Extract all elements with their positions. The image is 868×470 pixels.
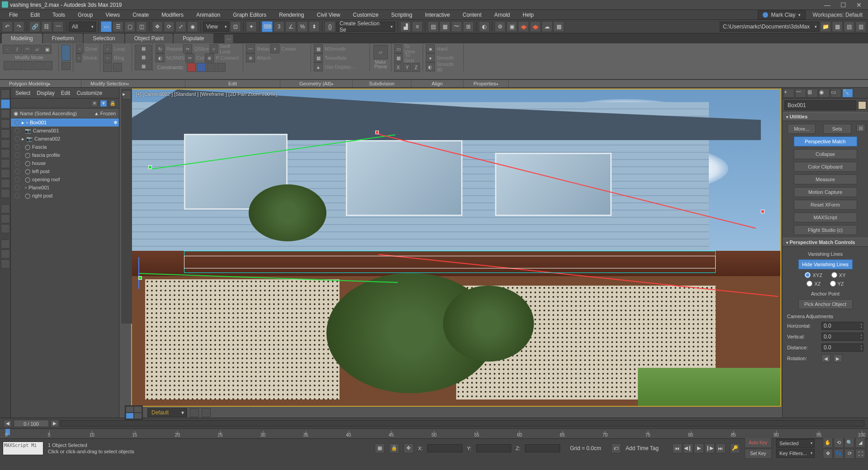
- viewport[interactable]: [+] [Camera002 ] [Standard ] [Wireframe …: [131, 89, 781, 407]
- cp-tab-hierarchy[interactable]: ⊞: [807, 89, 818, 98]
- swiftloop-button[interactable]: ○Swift Loop: [210, 45, 240, 53]
- cp-tab-display[interactable]: ▭: [830, 89, 841, 98]
- scene-header[interactable]: ◉ Name (Sorted Ascending) ▲ Frozen: [11, 108, 119, 118]
- ribbon-tab-object-paint[interactable]: Object Paint: [125, 33, 173, 43]
- cp-tab-motion[interactable]: ◉: [819, 89, 830, 98]
- rendered-frame-button[interactable]: ▣: [506, 21, 517, 32]
- menu-group[interactable]: Group: [72, 10, 98, 19]
- strip-shapes-button[interactable]: [1, 119, 10, 128]
- shrink-button[interactable]: ▫Shrink: [76, 54, 97, 62]
- menu-help[interactable]: Help: [517, 10, 539, 19]
- redo-button[interactable]: ↷: [14, 21, 24, 32]
- radio-xz[interactable]: XZ: [807, 281, 821, 287]
- select-region-button[interactable]: ▢: [124, 21, 135, 32]
- smooth30-button[interactable]: ◐Smooth 30: [426, 63, 461, 71]
- ring-button[interactable]: ▫Ring: [103, 54, 129, 62]
- menu-edit[interactable]: Edit: [25, 10, 45, 19]
- render-setup-button[interactable]: ⚙: [495, 21, 505, 32]
- layout-btn-1[interactable]: [190, 408, 199, 417]
- ribbon-tab-populate[interactable]: Populate: [174, 33, 213, 43]
- rfoot-properties[interactable]: Properties: [463, 80, 509, 87]
- select-by-name-button[interactable]: ☰: [113, 21, 123, 32]
- coord-z-field[interactable]: [525, 444, 560, 452]
- select-manipulate-button[interactable]: ✦: [246, 21, 257, 32]
- goto-start-button[interactable]: ⏮: [672, 443, 682, 453]
- axis-z[interactable]: Z: [412, 63, 420, 72]
- cp-tab-create[interactable]: +: [783, 89, 794, 98]
- selection-filter[interactable]: All: [69, 22, 96, 32]
- strip-geometry-button[interactable]: [1, 109, 10, 118]
- select-rotate-button[interactable]: ⟳: [164, 21, 175, 32]
- to-view-button[interactable]: ▭To View: [394, 45, 420, 53]
- project-btn-3[interactable]: ▤: [844, 21, 854, 32]
- menu-customize[interactable]: Customize: [348, 10, 384, 19]
- menu-graph-editors[interactable]: Graph Editors: [227, 10, 272, 19]
- pick-anchor-button[interactable]: Pick Anchor Object: [798, 299, 853, 309]
- strip-lights-button[interactable]: [1, 129, 10, 138]
- render-production-button[interactable]: 🫖: [518, 21, 529, 32]
- strip-world-button[interactable]: [1, 89, 10, 99]
- strip-expand-button[interactable]: [1, 224, 10, 233]
- menu-file[interactable]: File: [4, 10, 23, 19]
- make-planar-button[interactable]: ▱: [373, 45, 388, 59]
- ribbon-tab-modeling[interactable]: Modeling: [2, 33, 42, 43]
- minimize-button[interactable]: —: [824, 1, 830, 9]
- time-next-key[interactable]: ▶: [51, 420, 59, 427]
- menu-modifiers[interactable]: Modifiers: [156, 10, 189, 19]
- poly-element-button[interactable]: ▣: [42, 45, 52, 54]
- strip-filter2-button[interactable]: [1, 249, 10, 258]
- nurms-button[interactable]: ◐NURMS: [156, 54, 184, 62]
- sets-button[interactable]: Sets: [823, 124, 851, 134]
- menu-arnold[interactable]: Arnold: [489, 10, 515, 19]
- scene-item-house[interactable]: ◯house: [11, 159, 119, 167]
- select-move-button[interactable]: ✥: [152, 21, 163, 32]
- grow-button[interactable]: ▫Grow: [76, 45, 97, 53]
- util-perspective-match[interactable]: Perspective Match: [794, 136, 857, 146]
- scene-close-icon[interactable]: ✕: [91, 100, 98, 107]
- percent-snap-toggle[interactable]: %: [297, 21, 308, 32]
- scene-item-camera001[interactable]: 📷Camera001: [11, 127, 119, 135]
- pconnect-button[interactable]: ⊕P Connect: [205, 54, 239, 62]
- edit-icon-3[interactable]: ▦: [135, 62, 152, 70]
- link-button[interactable]: 🔗: [29, 21, 40, 32]
- user-account[interactable]: Mark Clay ▾: [758, 10, 805, 19]
- edit-icon-1[interactable]: ▦: [135, 45, 152, 52]
- project-folder-button[interactable]: 📁: [820, 21, 831, 32]
- time-ruler[interactable]: 0510152025303540455055606570758085909510…: [0, 428, 868, 438]
- horizontal-spinner[interactable]: 0.0: [821, 322, 863, 330]
- axis-y[interactable]: Y: [403, 63, 411, 72]
- menu-tools[interactable]: Tools: [47, 10, 71, 19]
- constraint-none[interactable]: [187, 63, 196, 72]
- layer-explorer-button[interactable]: ▤: [428, 21, 439, 32]
- scene-tab-customize[interactable]: Customize: [76, 90, 102, 96]
- scene-item-left-post[interactable]: ◯left post: [11, 167, 119, 175]
- util-flight-studio[interactable]: Flight Studio (c): [794, 225, 857, 235]
- prev-frame-button[interactable]: ◀❙: [683, 443, 693, 453]
- util-measure[interactable]: Measure: [794, 174, 857, 184]
- time-prev-key[interactable]: ◀: [4, 420, 12, 427]
- constraint-normal[interactable]: [217, 63, 226, 72]
- curve-editor-button[interactable]: 〜: [451, 21, 462, 32]
- cut-button[interactable]: ✂Cut: [185, 54, 204, 62]
- strip-hidden-button[interactable]: [1, 204, 10, 213]
- next-frame-button[interactable]: ❙▶: [705, 443, 715, 453]
- menu-views[interactable]: Views: [100, 10, 125, 19]
- scene-filter-icon[interactable]: ▼: [100, 100, 107, 107]
- play-button[interactable]: ▶: [694, 443, 704, 453]
- menu-civil-view[interactable]: Civil View: [311, 10, 346, 19]
- scene-tab-select[interactable]: Select: [15, 90, 30, 96]
- rfoot-subdivision[interactable]: Subdivision: [353, 80, 411, 87]
- create-button[interactable]: +Create: [270, 45, 296, 53]
- preview-mode[interactable]: [61, 62, 71, 70]
- scene-tab-edit[interactable]: Edit: [61, 90, 71, 96]
- named-sel-sets-button[interactable]: {}: [325, 21, 335, 32]
- rotation-left-button[interactable]: ◀: [821, 354, 830, 362]
- rfoot-align[interactable]: Align: [411, 80, 463, 87]
- util-maxscript[interactable]: MAXScript: [794, 212, 857, 222]
- scene-item-right-post[interactable]: ◯right post: [11, 192, 119, 200]
- repeat-button[interactable]: ↻Repeat: [156, 45, 182, 53]
- msmooth-button[interactable]: ▦MSmooth: [314, 45, 367, 53]
- workspaces-selector[interactable]: Workspaces: Default: [807, 11, 868, 19]
- nav-walk-button[interactable]: 👣: [834, 449, 844, 459]
- add-time-tag[interactable]: Add Time Tag: [626, 445, 659, 451]
